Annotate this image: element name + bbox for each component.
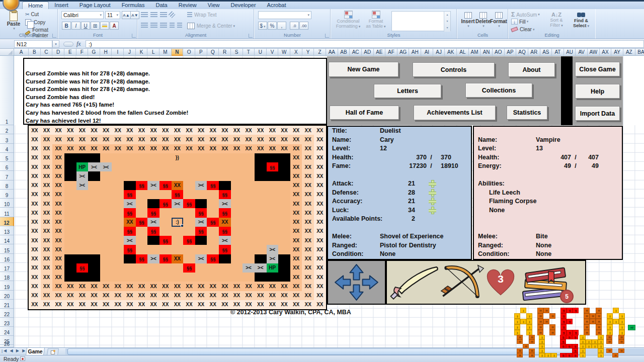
column-header-AY[interactable]: AY [611,49,623,56]
column-header-J[interactable]: J [124,49,136,56]
row-header-23[interactable]: 23 [0,318,14,327]
ribbon-tab-home[interactable]: Home [22,2,49,9]
ribbon-tab-page-layout[interactable]: Page Layout [74,2,116,9]
column-header-AZ[interactable]: AZ [623,49,635,56]
row-header-5[interactable]: 5 [0,153,14,162]
column-header-AB[interactable]: AB [338,49,350,56]
row-header-22[interactable]: 22 [0,309,14,318]
column-header-M[interactable]: M [159,49,172,56]
fill-color-button[interactable] [100,22,109,30]
close-game-button[interactable]: Close Game [575,62,620,76]
import-data-button[interactable]: Import Data [575,106,620,121]
column-header-V[interactable]: V [267,49,279,56]
column-header-L[interactable]: L [147,49,159,56]
column-header-AM[interactable]: AM [469,49,481,56]
row-header-14[interactable]: 14 [0,235,14,244]
format-as-table-button[interactable]: Format as Table▾ [363,11,388,29]
gallery-scroll-buttons[interactable]: ▴▾▾ [444,12,450,32]
column-header-K[interactable]: K [136,49,148,56]
sort-filter-button[interactable]: A↓Z Sort & Filter▾ [545,12,568,28]
column-header-AA[interactable]: AA [326,49,338,56]
column-header-AJ[interactable]: AJ [433,49,445,56]
column-header-AP[interactable]: AP [505,49,517,56]
column-header-P[interactable]: P [195,49,207,56]
align-right-icon[interactable] [160,23,167,28]
column-header-BA[interactable]: BA [635,49,644,56]
column-header-AE[interactable]: AE [374,49,386,56]
column-header-AL[interactable]: AL [457,49,469,56]
row-header-15[interactable]: 15 [0,244,14,253]
hall-of-fame-button[interactable]: Hall of Fame [330,106,399,120]
ribbon-tab-data[interactable]: Data [150,2,173,9]
select-all-corner[interactable] [0,49,14,56]
column-header-AD[interactable]: AD [362,49,374,56]
merge-center-button[interactable]: Merge & Center ▾ [187,23,235,29]
column-header-A[interactable]: A [14,49,29,56]
ribbon-tab-insert[interactable]: Insert [49,2,74,9]
ribbon-tab-view[interactable]: View [202,2,225,9]
stat-increase-button[interactable] [429,198,437,206]
column-header-S[interactable]: S [231,49,243,56]
conditional-formatting-button[interactable]: Conditional Formatting▾ [334,11,362,29]
column-header-AK[interactable]: AK [445,49,457,56]
row-header-16[interactable]: 16 [0,254,14,263]
orientation-icon[interactable] [169,11,176,19]
column-header-Q[interactable]: Q [207,49,219,56]
row-header-21[interactable]: 21 [0,300,14,309]
statistics-button[interactable]: Statistics [507,106,547,120]
row-header-6[interactable]: 6 [0,162,14,171]
insert-worksheet-tab[interactable] [47,348,59,355]
row-header-18[interactable]: 18 [0,272,14,281]
column-header-AW[interactable]: AW [588,49,600,56]
column-header-AR[interactable]: AR [528,49,540,56]
decrease-decimal-button[interactable]: .00 [299,22,308,30]
clear-button[interactable]: Clear ▾ [511,27,534,32]
row-header-8[interactable]: 8 [0,180,14,190]
row-header-7[interactable]: 7 [0,171,14,180]
bold-button[interactable]: B [62,22,71,30]
grow-font-button[interactable]: A▲ [122,11,131,19]
row-header-2[interactable]: 2 [0,125,14,134]
row-header-20[interactable]: 20 [0,291,14,300]
copy-button[interactable]: Copy [25,19,45,26]
column-header-H[interactable]: H [100,49,112,56]
row-header-4[interactable]: 4 [0,144,14,153]
column-header-X[interactable]: X [290,49,302,56]
delete-cells-button[interactable]: Delete ▾ [475,12,491,28]
sheet-tab-game[interactable]: Game [26,348,45,355]
ribbon-tab-formulas[interactable]: Formulas [116,2,150,9]
cell-styles-gallery[interactable]: ▴▾▾ [391,11,451,31]
row-header-9[interactable]: 9 [0,190,14,199]
horizontal-scrollbar[interactable] [65,348,644,355]
column-header-T[interactable]: T [243,49,255,56]
help-button[interactable]: Help [575,84,620,99]
row-header-10[interactable]: 10 [0,199,14,208]
row-header-1[interactable]: 1 [0,56,14,125]
stat-increase-button[interactable] [429,189,437,197]
align-middle-icon[interactable] [150,12,157,18]
collections-button[interactable]: Collections [465,83,532,98]
decrease-indent-icon[interactable] [170,23,175,28]
column-header-AQ[interactable]: AQ [516,49,528,56]
move-down-arrow[interactable] [350,285,363,300]
font-name-combo[interactable]: Calibri▾ [61,11,104,19]
underline-button[interactable]: U [81,22,90,30]
insert-cells-button[interactable]: Insert ▾ [460,12,475,28]
row-header-11[interactable]: 11 [0,208,14,217]
sheet-nav-buttons[interactable]: |◀ ◀ ▶ ▶| [2,348,28,353]
column-header-U[interactable]: U [255,49,267,56]
about-button[interactable]: About [508,62,555,77]
move-right-arrow[interactable] [363,276,378,289]
name-box-dropdown-icon[interactable]: ▾ [52,40,59,48]
autosum-button[interactable]: Σ AutoSum ▾ [511,11,540,18]
column-header-E[interactable]: E [64,49,76,56]
number-dialog-launcher-icon[interactable] [325,34,329,38]
row-header-12[interactable]: 12 [0,217,14,226]
column-header-Z[interactable]: Z [314,49,326,56]
wrap-text-button[interactable]: Wrap Text [187,12,217,18]
find-select-button[interactable]: Find & Select▾ [569,13,593,28]
column-header-AT[interactable]: AT [552,49,564,56]
achievements-list-button[interactable]: Achievements List [414,105,496,120]
row-header-13[interactable]: 13 [0,226,14,235]
macro-record-icon[interactable] [20,356,25,361]
